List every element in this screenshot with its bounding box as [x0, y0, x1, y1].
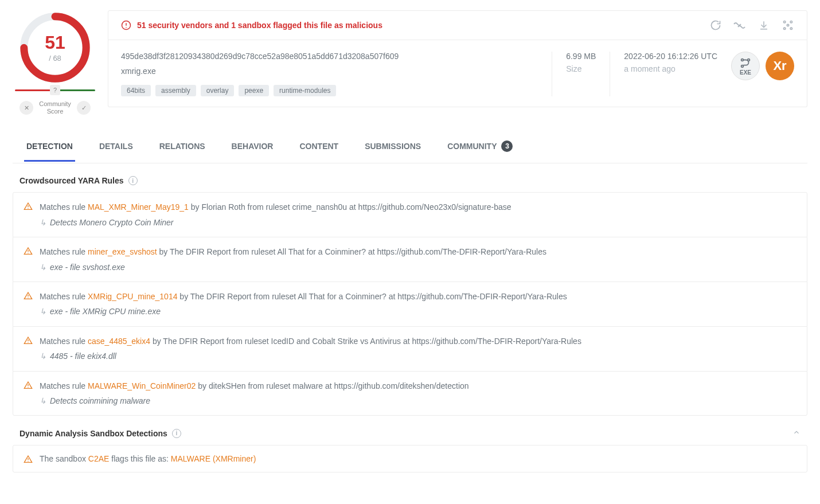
tab-label: SUBMISSIONS: [365, 142, 421, 151]
download-button[interactable]: [757, 19, 770, 32]
alert-icon: [121, 20, 131, 30]
tab-details[interactable]: DETAILS: [97, 132, 135, 162]
score-value: 51: [45, 33, 65, 52]
yara-heading: Crowdsourced YARA Rules: [19, 176, 124, 185]
svg-point-11: [787, 24, 788, 26]
rule-match-text: Matches rule miner_exe_svshost by The DF…: [40, 245, 796, 258]
tab-label: BEHAVIOR: [232, 142, 274, 151]
tab-label: RELATIONS: [159, 142, 205, 151]
warning-icon: [24, 336, 33, 345]
warning-icon: [24, 202, 33, 211]
yara-rule: Matches rule MAL_XMR_Miner_May19_1 by Fl…: [13, 193, 807, 237]
svg-point-24: [28, 386, 28, 387]
filetype-icon: EXE: [731, 52, 760, 80]
alert-text: 51 security vendors and 1 sandbox flagge…: [137, 21, 382, 30]
file-name: xmrig.exe: [121, 67, 538, 76]
tags-row: 64bitsassemblyoverlaypeexeruntime-module…: [121, 85, 538, 96]
yara-rule: Matches rule MALWARE_Win_CoinMiner02 by …: [13, 372, 807, 416]
yara-rule: Matches rule case_4485_ekix4 by The DFIR…: [13, 327, 807, 372]
svg-point-9: [784, 28, 786, 29]
question-icon: ?: [50, 85, 60, 95]
rule-description: ↳exe - file XMRig CPU mine.exe: [40, 305, 796, 318]
vote-positive-button[interactable]: ✓: [77, 101, 91, 115]
warning-icon: [24, 455, 33, 464]
file-size-label: Size: [566, 64, 596, 73]
indent-arrow-icon: ↳: [40, 216, 46, 229]
info-icon[interactable]: i: [128, 176, 138, 185]
tab-label: DETECTION: [26, 142, 73, 151]
svg-point-22: [28, 342, 28, 342]
tab-content[interactable]: CONTENT: [297, 132, 341, 162]
tab-relations[interactable]: RELATIONS: [157, 132, 208, 162]
rule-description: ↳exe - file svshost.exe: [40, 261, 796, 274]
warning-icon: [24, 381, 33, 390]
rule-match-text: Matches rule MALWARE_Win_CoinMiner02 by …: [40, 380, 796, 392]
detection-gauge: 51 / 68: [18, 10, 92, 85]
rule-match-text: Matches rule case_4485_ekix4 by The DFIR…: [40, 335, 796, 347]
file-hash: 495de38df3f28120934380d269d9c78cce52a98e…: [121, 52, 538, 61]
warning-icon: [24, 291, 33, 300]
tab-community[interactable]: COMMUNITY3: [445, 131, 515, 163]
tag[interactable]: assembly: [155, 85, 196, 96]
graph-button[interactable]: [782, 19, 794, 32]
svg-point-20: [28, 298, 28, 298]
community-score-label: Community Score: [38, 100, 72, 115]
tab-badge: 3: [501, 140, 513, 152]
tab-submissions[interactable]: SUBMISSIONS: [362, 132, 423, 162]
svg-point-7: [784, 21, 786, 23]
tag[interactable]: runtime-modules: [274, 85, 336, 96]
tag[interactable]: 64bits: [121, 85, 151, 96]
tag[interactable]: overlay: [201, 85, 235, 96]
filetype-label: EXE: [740, 69, 751, 76]
yara-rule: Matches rule XMRig_CPU_mine_1014 by The …: [13, 282, 807, 327]
rule-name[interactable]: MALWARE_Win_CoinMiner02: [88, 381, 196, 390]
svg-point-10: [790, 28, 792, 29]
rule-description: ↳Detects coinmining malware: [40, 394, 796, 407]
svg-point-26: [28, 461, 28, 462]
tab-label: CONTENT: [299, 142, 338, 151]
svg-point-8: [790, 21, 792, 23]
tab-label: COMMUNITY: [447, 142, 497, 151]
svg-point-16: [28, 208, 28, 209]
vendor-label: Xr: [773, 58, 786, 73]
tag[interactable]: peexe: [239, 85, 269, 96]
indent-arrow-icon: ↳: [40, 261, 46, 274]
chevron-up-icon[interactable]: [792, 428, 801, 438]
vote-negative-button[interactable]: ✕: [19, 101, 33, 115]
sandbox-verdict: The sandbox C2AE flags this file as: MAL…: [40, 454, 256, 463]
indent-arrow-icon: ↳: [40, 350, 46, 362]
tab-label: DETAILS: [99, 142, 133, 151]
tab-detection[interactable]: DETECTION: [24, 132, 75, 162]
sandbox-heading: Dynamic Analysis Sandbox Detections: [19, 429, 167, 438]
rule-match-text: Matches rule XMRig_CPU_mine_1014 by The …: [40, 290, 796, 303]
svg-point-4: [126, 27, 127, 28]
warning-icon: [24, 247, 33, 256]
tab-behavior[interactable]: BEHAVIOR: [229, 132, 276, 162]
svg-point-18: [28, 253, 28, 253]
rule-name[interactable]: miner_exe_svshost: [88, 247, 157, 256]
analysis-time-label: a moment ago: [624, 64, 717, 73]
rule-description: ↳Detects Monero Crypto Coin Miner: [40, 216, 796, 229]
rule-name[interactable]: XMRig_CPU_mine_1014: [88, 292, 177, 301]
svg-point-13: [741, 65, 744, 67]
vendor-icon: Xr: [766, 52, 794, 80]
svg-point-14: [748, 58, 750, 61]
info-icon[interactable]: i: [172, 429, 181, 438]
rule-name[interactable]: MAL_XMR_Miner_May19_1: [88, 202, 189, 212]
indent-arrow-icon: ↳: [40, 305, 46, 318]
community-score-bar: ?: [15, 89, 95, 91]
analysis-time: 2022-06-20 16:12:26 UTC: [624, 52, 717, 61]
rule-description: ↳4485 - file ekix4.dll: [40, 350, 796, 362]
svg-point-12: [741, 58, 744, 61]
rule-name[interactable]: case_4485_ekix4: [88, 337, 150, 346]
reanalyze-button[interactable]: [709, 19, 722, 32]
rule-match-text: Matches rule MAL_XMR_Miner_May19_1 by Fl…: [40, 201, 796, 213]
file-size: 6.99 MB: [566, 52, 596, 61]
indent-arrow-icon: ↳: [40, 394, 46, 407]
similar-button[interactable]: [733, 19, 746, 32]
score-total: / 68: [49, 54, 61, 62]
yara-rule: Matches rule miner_exe_svshost by The DF…: [13, 237, 807, 282]
